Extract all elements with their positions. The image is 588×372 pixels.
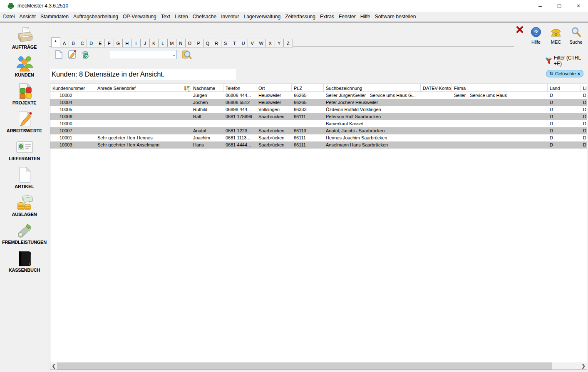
filter-button[interactable]: Filter (CTRL +E) xyxy=(545,55,588,67)
column-header-0[interactable]: Kundennummer xyxy=(50,84,95,92)
menu-stammdaten[interactable]: Stammdaten xyxy=(38,12,71,22)
help-button[interactable]: ? Hilfe xyxy=(526,27,546,45)
cell: Ruthild xyxy=(191,106,223,113)
tab-c[interactable]: C xyxy=(78,39,87,47)
tab-h[interactable]: H xyxy=(123,39,132,47)
tab-p[interactable]: P xyxy=(194,39,203,47)
tab-e[interactable]: E xyxy=(96,39,105,47)
tab-d[interactable]: D xyxy=(87,39,96,47)
column-header-10[interactable]: Li xyxy=(581,84,587,92)
tab-x[interactable]: X xyxy=(266,39,275,47)
close-icon[interactable]: × xyxy=(569,0,588,12)
tab-s[interactable]: S xyxy=(221,39,231,47)
tab-i[interactable]: I xyxy=(132,39,141,47)
menu-ansicht[interactable]: Ansicht xyxy=(17,12,38,22)
table-row[interactable]: 10000Barverkauf Kasse/DD xyxy=(50,120,587,127)
cell: D xyxy=(581,141,587,149)
tab-o[interactable]: O xyxy=(186,39,195,47)
tab-m[interactable]: M xyxy=(168,39,177,47)
menu-fenster[interactable]: Fenster xyxy=(336,12,358,22)
sidebar-item-kunden[interactable]: KUNDEN xyxy=(0,55,49,77)
column-header-label: Suchbezeichnung xyxy=(326,86,362,91)
sidebar-item-arbeitswerte[interactable]: ARBEITSWERTE xyxy=(0,110,49,133)
menu-zeiterfassung[interactable]: Zeiterfassung xyxy=(283,12,318,22)
column-header-4[interactable]: Ort xyxy=(256,84,292,92)
sidebar-item-projekte[interactable]: PROJEKTE xyxy=(0,82,49,105)
cell: 10001 xyxy=(50,134,95,141)
pill-close-icon[interactable]: × xyxy=(578,71,580,76)
menu-hilfe[interactable]: Hilfe xyxy=(358,12,372,22)
column-header-2[interactable]: Nachname xyxy=(191,84,223,92)
tab-z[interactable]: Z xyxy=(284,39,293,47)
column-header-8[interactable]: Firma xyxy=(452,84,548,92)
sidebar-item-artikel[interactable]: ARTIKEL xyxy=(0,166,49,189)
tab-w[interactable]: W xyxy=(257,39,266,47)
menu-lagerverwaltung[interactable]: Lagerverwaltung xyxy=(241,12,283,22)
tab-y[interactable]: Y xyxy=(275,39,284,47)
scroll-right-icon[interactable]: ❯ xyxy=(580,362,587,370)
scrollbar-thumb[interactable] xyxy=(57,362,552,370)
edit-record-button[interactable] xyxy=(67,49,77,60)
delete-record-button[interactable] xyxy=(80,49,91,60)
record-search-combobox[interactable] xyxy=(110,50,176,59)
table-row[interactable]: 10003Sehr geehrter Herr AnselmannHans068… xyxy=(50,141,587,149)
menu-inventur[interactable]: Inventur xyxy=(219,12,241,22)
chevron-down-icon[interactable]: ⌄ xyxy=(172,52,176,57)
table-row[interactable]: 10005Ruthild06898 444...Völklingen66333Ö… xyxy=(50,106,587,113)
sidebar-item-lieferanten[interactable]: LIEFERANTEN xyxy=(0,138,49,161)
mec-button[interactable]: MEC xyxy=(546,27,566,45)
tab-all[interactable]: * xyxy=(51,37,60,47)
menu-op-verwaltung[interactable]: OP-Verwaltung xyxy=(121,12,159,22)
tab-g[interactable]: G xyxy=(114,39,123,47)
column-header-1[interactable]: Anrede Serienbrief 1 xyxy=(95,84,191,92)
menu-software-bestellen[interactable]: Software bestellen xyxy=(372,12,418,22)
menu-bar: Datei Ansicht Stammdaten Auftragsbearbei… xyxy=(0,12,588,22)
show-deleted-button[interactable]: ↻ Gelöschte × xyxy=(546,70,583,77)
column-header-6[interactable]: Suchbezeichnung xyxy=(324,84,421,92)
tab-r[interactable]: R xyxy=(212,39,221,47)
column-header-7[interactable]: DATEV-Konto xyxy=(421,84,452,92)
tab-k[interactable]: K xyxy=(150,39,159,47)
help-label: Hilfe xyxy=(526,40,546,45)
tab-b[interactable]: B xyxy=(69,39,78,47)
lookup-button[interactable] xyxy=(181,49,192,60)
tab-n[interactable]: N xyxy=(176,39,186,47)
tab-t[interactable]: T xyxy=(230,39,239,47)
sidebar-item-label: KASSENBUCH xyxy=(9,268,40,273)
tab-u[interactable]: U xyxy=(239,39,248,47)
minimize-icon[interactable]: – xyxy=(531,0,550,12)
tab-q[interactable]: Q xyxy=(203,39,213,47)
cell: Saarbrücken xyxy=(256,134,292,141)
new-record-button[interactable] xyxy=(53,49,64,60)
cell: Anatol xyxy=(191,127,223,134)
tab-f[interactable]: F xyxy=(105,39,114,47)
sidebar-item-auslagen[interactable]: AUSLAGEN xyxy=(0,194,49,217)
table-row[interactable]: 10006Ralf0681 178899Saarbrücken66111Pete… xyxy=(50,113,587,120)
menu-extras[interactable]: Extras xyxy=(318,12,336,22)
menu-text[interactable]: Text xyxy=(159,12,172,22)
search-button[interactable]: Suche xyxy=(566,27,586,45)
menu-listen[interactable]: Listen xyxy=(172,12,190,22)
tab-j[interactable]: J xyxy=(141,39,150,47)
menu-datei[interactable]: Datei xyxy=(1,12,17,22)
sidebar-item-kassenbuch[interactable]: KASSENBUCH xyxy=(0,250,49,273)
column-header-5[interactable]: PLZ xyxy=(292,84,324,92)
filter-funnel-icon xyxy=(545,57,552,64)
sidebar-item-fremdleistungen[interactable]: FREMDLEISTUNGEN xyxy=(0,222,49,245)
column-header-9[interactable]: Land xyxy=(548,84,581,92)
menu-chefsache[interactable]: Chefsache xyxy=(190,12,218,22)
table-row[interactable]: 10007Anatol0681 1223...Saarbrücken66113A… xyxy=(50,127,587,134)
cell xyxy=(191,120,223,127)
tab-v[interactable]: V xyxy=(248,39,257,47)
column-header-3[interactable]: Telefon xyxy=(223,84,256,92)
maximize-icon[interactable]: □ xyxy=(550,0,569,12)
menu-auftragsbearbeitung[interactable]: Auftragsbearbeitung xyxy=(71,12,120,22)
tab-a[interactable]: A xyxy=(60,39,69,47)
tab-l[interactable]: L xyxy=(159,39,168,47)
table-row[interactable]: 10004Jochen06806 5512Heusweiler66265Pete… xyxy=(50,99,587,106)
table-row[interactable]: 10001Sehr geehrter Herr HennesJoachim068… xyxy=(50,134,587,141)
scroll-left-icon[interactable]: ❮ xyxy=(50,362,57,370)
sidebar-item-auftraege[interactable]: AUFTRÄGE xyxy=(0,27,49,50)
table-row[interactable]: 10002Jürgen06806 444...Heusweiler66265Se… xyxy=(50,92,587,99)
close-view-icon[interactable] xyxy=(516,26,523,33)
